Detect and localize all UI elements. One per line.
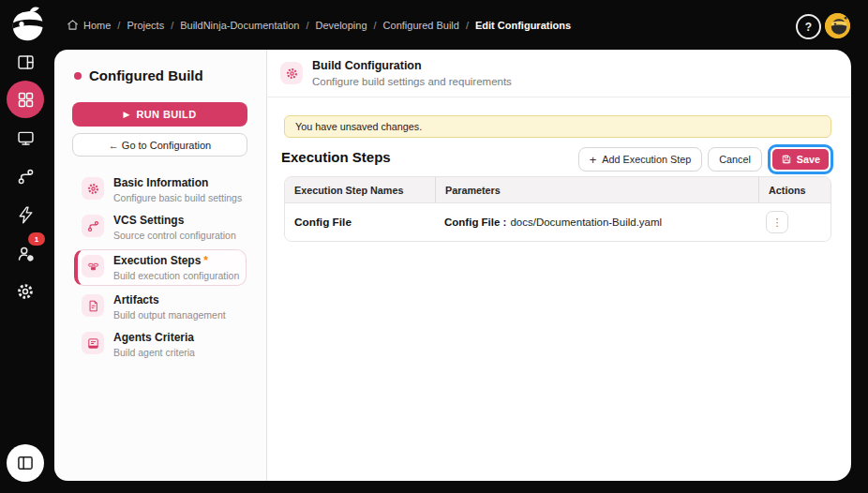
vertical-dots-icon: ⋮: [772, 217, 783, 229]
rail-users-button[interactable]: 1: [7, 234, 44, 272]
notification-badge: 1: [28, 232, 45, 246]
play-icon: ▶: [123, 111, 129, 119]
breadcrumb-separator: /: [374, 20, 377, 31]
status-dot: [74, 72, 82, 80]
gear-icon: [280, 62, 303, 84]
add-execution-step-label: Add Execution Step: [602, 154, 691, 165]
rail-projects-grid-button[interactable]: [7, 81, 44, 118]
sidebar-collapse-button[interactable]: [7, 444, 44, 482]
rail-agents-monitor-button[interactable]: [7, 119, 44, 157]
sidebar-item-agents-criteria[interactable]: Agents Criteria Build agent criteria: [82, 332, 260, 358]
page-subtitle: Configure build settings and requirement…: [312, 76, 512, 87]
breadcrumb-configured-build[interactable]: Configured Build: [383, 20, 459, 31]
user-avatar[interactable]: [825, 13, 850, 38]
required-mark: *: [203, 254, 208, 267]
breadcrumb-separator: /: [171, 20, 173, 31]
breadcrumb-separator: /: [117, 20, 120, 31]
breadcrumb-projects[interactable]: Projects: [127, 20, 164, 31]
breadcrumb: Home / Projects / BuildNinja-Documentati…: [67, 0, 571, 50]
dashboard-layout-icon: [16, 52, 36, 72]
user-gear-icon: [16, 244, 36, 263]
rail-settings-button[interactable]: [7, 273, 44, 310]
table-header-row: Execution Step Names Parameters Actions: [285, 177, 831, 203]
breadcrumb-project-name[interactable]: BuildNinja-Documentation: [180, 20, 299, 31]
floppy-disk-icon: [781, 154, 792, 165]
breadcrumb-home[interactable]: Home: [83, 20, 111, 31]
save-label: Save: [797, 154, 820, 165]
plus-icon: +: [590, 154, 597, 166]
breadcrumb-edit-configurations: Edit Configurations: [475, 20, 571, 31]
app-window: Home / Projects / BuildNinja-Documentati…: [0, 0, 868, 493]
item-subtitle: Source control configuration: [113, 230, 236, 241]
column-header-step-names: Execution Step Names: [285, 177, 435, 202]
unsaved-changes-banner: You have unsaved changes.: [284, 115, 831, 138]
sidebar-item-vcs-settings[interactable]: VCS Settings Source control configuratio…: [82, 215, 260, 241]
cancel-label: Cancel: [719, 154, 751, 165]
breadcrumb-separator: /: [466, 20, 469, 31]
item-title: Agents Criteria: [113, 332, 195, 344]
run-build-button[interactable]: ▶ RUN BUILD: [72, 102, 247, 127]
run-build-label: RUN BUILD: [136, 109, 196, 120]
monitor-icon: [16, 128, 36, 148]
go-to-configuration-label: ← Go to Configuration: [109, 140, 211, 151]
sidebar-title-row: Configured Build: [74, 67, 203, 83]
gear-icon: [82, 177, 104, 200]
rail-vcs-button[interactable]: [7, 157, 44, 195]
item-subtitle: Configure basic build settings: [113, 192, 242, 203]
item-subtitle: Build agent criteria: [113, 347, 195, 358]
home-icon: [67, 19, 79, 31]
item-title: VCS Settings: [113, 215, 236, 227]
breadcrumb-separator: /: [306, 20, 308, 31]
buildninja-logo-icon[interactable]: [8, 4, 48, 47]
build-sidebar-panel: Configured Build ▶ RUN BUILD ← Go to Con…: [54, 50, 267, 481]
item-title-text: Execution Steps: [113, 254, 201, 267]
sidebar-item-artifacts[interactable]: Artifacts Build output management: [82, 294, 260, 321]
panel-toggle-icon: [16, 454, 35, 472]
build-configuration-panel: Build Configuration Configure build sett…: [267, 50, 851, 481]
rail-dashboard-layout-button[interactable]: [7, 43, 44, 81]
file-icon: [82, 294, 104, 317]
parameter-label: Config File :: [444, 217, 506, 228]
save-button[interactable]: Save: [772, 149, 829, 170]
save-button-focus-ring: Save: [768, 144, 833, 174]
question-mark-icon: ?: [805, 21, 812, 34]
lightning-bolt-icon: [16, 205, 36, 225]
agent-screen-icon: [82, 332, 104, 354]
execution-steps-table: Execution Step Names Parameters Actions …: [284, 176, 831, 242]
cancel-button[interactable]: Cancel: [708, 147, 762, 172]
bricks-icon: [82, 255, 104, 277]
item-subtitle: Build output management: [113, 309, 226, 321]
banner-text: You have unsaved changes.: [295, 121, 422, 132]
actions-toolbar: + Add Execution Step Cancel Save: [578, 144, 833, 174]
apps-grid-icon: [16, 90, 36, 110]
page-title: Build Configuration: [312, 59, 422, 72]
column-header-actions: Actions: [758, 177, 831, 202]
git-branch-icon: [82, 215, 104, 237]
item-title: Artifacts: [113, 294, 226, 306]
settings-gear-icon: [15, 281, 36, 302]
top-bar: Home / Projects / BuildNinja-Documentati…: [0, 0, 868, 50]
header-divider: [267, 97, 851, 97]
table-row: Config File Config File : docs/Documenta…: [285, 203, 831, 241]
rail-quick-actions-button[interactable]: [7, 196, 44, 233]
item-subtitle: Build execution configuration: [113, 270, 239, 281]
sidebar-title: Configured Build: [89, 67, 203, 83]
section-title: Execution Steps: [281, 149, 391, 165]
sidebar-item-basic-information[interactable]: Basic Information Configure basic build …: [82, 177, 260, 203]
add-execution-step-button[interactable]: + Add Execution Step: [578, 147, 702, 172]
item-title: Execution Steps*: [113, 255, 239, 267]
row-actions-menu-button[interactable]: ⋮: [766, 211, 788, 233]
breadcrumb-developing[interactable]: Developing: [315, 20, 367, 31]
go-to-configuration-button[interactable]: ← Go to Configuration: [72, 133, 247, 157]
help-button[interactable]: ?: [796, 14, 821, 39]
step-name: Config File: [294, 216, 352, 229]
column-header-parameters: Parameters: [435, 177, 758, 202]
git-branch-icon: [16, 167, 36, 187]
item-title: Basic Information: [113, 177, 242, 189]
parameter-value: docs/Documentation-Build.yaml: [510, 217, 662, 228]
sidebar-item-execution-steps[interactable]: Execution Steps* Build execution configu…: [82, 255, 260, 281]
